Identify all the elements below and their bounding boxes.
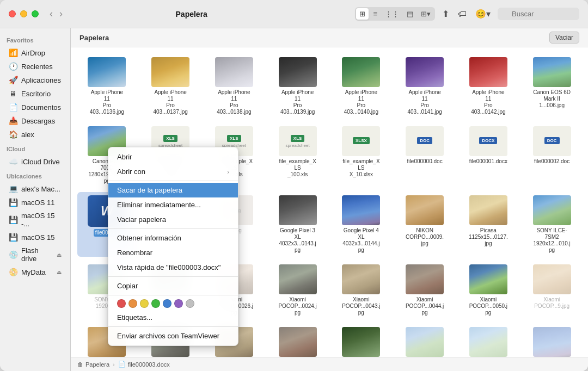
context-item-copiar[interactable]: Copiar xyxy=(108,279,238,293)
file-item[interactable]: Google Pixel 4 XL4032x3...0144.jpg xyxy=(332,192,391,257)
context-separator5 xyxy=(108,326,238,327)
sidebar-item-aplicaciones[interactable]: 🚀 Aplicaciones xyxy=(2,73,68,86)
color-dot-yellow[interactable] xyxy=(140,299,149,308)
file-thumbnail xyxy=(469,327,507,357)
context-item-teamviewer[interactable]: Enviar archivos con TeamViewer xyxy=(108,329,238,343)
file-item[interactable]: XiaomiPOCOP...0050.jpg xyxy=(459,261,518,319)
context-item-etiquetas[interactable]: Etiquetas... xyxy=(108,310,238,325)
file-item[interactable]: Apple iPhone 11Pro 403...0141.jpg xyxy=(395,54,455,119)
file-item[interactable]: XiaomiPOCOP...0069.jpg xyxy=(268,324,327,357)
view-gallery-btn[interactable]: ▤ xyxy=(403,8,416,20)
file-item[interactable]: XiaomiPOCOP...0150.jpg xyxy=(332,324,391,357)
window-title: Papelera xyxy=(28,10,355,18)
search-input[interactable] xyxy=(498,8,579,20)
file-thumbnail xyxy=(342,195,380,225)
view-group-btn[interactable]: ⊞▾ xyxy=(418,8,434,20)
sidebar-item-mydata[interactable]: 📀 MyData ⏏ xyxy=(2,265,68,279)
context-item-vista-rapida[interactable]: Vista rápida de "file000003.docx" xyxy=(108,260,238,275)
share-button[interactable]: ⬆ xyxy=(439,7,452,21)
vaciar-button[interactable]: Vaciar xyxy=(549,32,579,44)
file-name: file_example_XLSX_10.xlsx xyxy=(341,158,381,178)
status-bar: 🗑 Papelera › 📄 file000003.docx xyxy=(71,357,588,371)
sidebar-item-macos15a[interactable]: 💾 macOS 15 -... xyxy=(2,209,68,230)
file-item[interactable]: DOC file000002.doc xyxy=(522,123,581,188)
close-button[interactable] xyxy=(9,10,16,17)
view-icon-btn[interactable]: ⊞ xyxy=(356,8,369,20)
context-item-obtener-info[interactable]: Obtener información xyxy=(108,231,238,245)
sidebar-item-label: AirDrop xyxy=(21,49,45,57)
file-item[interactable]: DOC file000000.doc xyxy=(395,123,455,188)
sidebar-item-recientes[interactable]: 🕐 Recientes xyxy=(2,60,68,73)
sidebar-item-airdrop[interactable]: 📶 AirDrop xyxy=(2,46,68,59)
file-item[interactable]: Apple iPhone 11Pro 403...0137.jpg xyxy=(141,54,200,119)
file-item[interactable]: Google Pixel 3 XL4032x3...0143.jpg xyxy=(268,192,327,257)
titlebar: ‹ › Papelera ⊞ ≡ ⋮⋮ ▤ ⊞▾ ⬆ 🏷 😊▾ 🔍 xyxy=(0,0,588,28)
file-item[interactable]: Canon EOS 6DMark II 1...006.jpg xyxy=(522,54,581,119)
sidebar-item-escritorio[interactable]: 🖥 Escritorio xyxy=(2,87,68,100)
file-thumbnail xyxy=(215,57,253,87)
file-item[interactable]: Apple iPhone 11Pro 403...0140.jpg xyxy=(332,54,391,119)
sidebar-item-documentos[interactable]: 📄 Documentos xyxy=(2,101,68,114)
sidebar-item-macos11[interactable]: 💾 macOS 11 xyxy=(2,196,68,209)
file-item[interactable]: XiaomiPOCOP...0024.jpg xyxy=(268,261,327,319)
file-item[interactable]: Apple iPhone 11Pro 403...0139.jpg xyxy=(268,54,327,119)
file-item[interactable]: XiaomiPOCOP...9.jpg xyxy=(522,261,581,319)
file-item[interactable] xyxy=(459,324,518,357)
sidebar-item-label: macOS 11 xyxy=(21,199,54,207)
file-name: Apple iPhone 11Pro 403...0142.jpg xyxy=(469,89,508,115)
file-name: Google Pixel 4 XL4032x3...0144.jpg xyxy=(341,227,381,253)
sidebar-item-alexs-mac[interactable]: 💻 alex's Mac... xyxy=(2,182,68,195)
view-column-btn[interactable]: ⋮⋮ xyxy=(382,8,402,20)
file-item[interactable]: NIKONCORPO...0009.jpg xyxy=(395,192,455,257)
context-item-abrir-con[interactable]: Abrir con › xyxy=(108,164,238,179)
file-item[interactable]: XiaomiPOCOP...0044.jpg xyxy=(395,261,455,319)
file-name: Apple iPhone 11Pro 403...0138.jpg xyxy=(215,89,254,115)
context-item-renombrar[interactable]: Renombrar xyxy=(108,245,238,260)
sidebar-item-label: alex's Mac... xyxy=(21,185,60,193)
file-item[interactable]: Apple iPhone 11Pro 403...0138.jpg xyxy=(205,54,264,119)
sidebar-item-descargas[interactable]: 📥 Descargas xyxy=(2,114,68,127)
file-item[interactable] xyxy=(522,324,581,357)
sidebar-item-flash-drive[interactable]: 💿 Flash drive ⏏ xyxy=(2,244,68,265)
file-item[interactable]: XiaomiPOCOP...0043.jpg xyxy=(332,261,391,319)
context-item-sacar-papelera[interactable]: Sacar de la papelera xyxy=(108,183,238,197)
context-item-abrir[interactable]: Abrir xyxy=(108,150,238,164)
eject-icon2[interactable]: ⏏ xyxy=(57,269,62,275)
context-item-vaciar-papelera[interactable]: Vaciar papelera xyxy=(108,212,238,227)
sidebar-item-label: alex xyxy=(21,131,34,139)
alex-icon: 🏠 xyxy=(9,130,17,139)
sidebar-item-label: Descargas xyxy=(21,117,55,125)
file-item[interactable]: XLS spreadsheet file_example_XLS_100.xls xyxy=(268,123,327,188)
context-item-label: Copiar xyxy=(117,282,138,290)
file-item[interactable]: Apple iPhone 11Pro 403...0136.jpg xyxy=(77,54,137,119)
sidebar-item-label: macOS 15 xyxy=(21,233,54,242)
file-item[interactable]: Picasa1125x15...0127.jpg xyxy=(459,192,518,257)
sidebar-item-label: iCloud Drive xyxy=(21,158,60,166)
color-dot-purple[interactable] xyxy=(174,299,183,308)
sidebar-item-alex[interactable]: 🏠 alex xyxy=(2,128,68,141)
file-item[interactable]: DOCX file000001.docx xyxy=(459,123,518,188)
file-name: file000000.doc xyxy=(407,158,443,165)
context-item-label: Vaciar papelera xyxy=(117,215,166,224)
file-item[interactable]: SONY ILCE-7SM21920x12...010.jpg xyxy=(522,192,581,257)
color-dot-blue[interactable] xyxy=(163,299,171,308)
file-item[interactable]: XLSX file_example_XLSX_10.xlsx xyxy=(332,123,391,188)
more-button[interactable]: 😊▾ xyxy=(473,7,493,21)
sidebar-item-macos15b[interactable]: 💾 macOS 15 xyxy=(2,231,68,244)
color-dot-gray[interactable] xyxy=(186,299,194,308)
color-dot-red[interactable] xyxy=(117,299,126,308)
sidebar-item-icloud-drive[interactable]: ☁️ iCloud Drive xyxy=(2,155,68,168)
eject-icon[interactable]: ⏏ xyxy=(57,252,62,258)
file-thumbnail xyxy=(533,327,571,357)
minimize-button[interactable] xyxy=(20,10,27,17)
context-separator2 xyxy=(108,228,238,229)
file-name: Canon EOS 6DMark II 1...006.jpg xyxy=(532,89,572,109)
color-dot-green[interactable] xyxy=(151,299,160,308)
view-list-btn[interactable]: ≡ xyxy=(370,8,381,20)
file-item[interactable]: Apple iPhone 11Pro 403...0142.jpg xyxy=(459,54,518,119)
context-item-eliminar[interactable]: Eliminar inmediatamente... xyxy=(108,197,238,212)
color-dot-orange[interactable] xyxy=(128,299,137,308)
disk-icon3: 💾 xyxy=(9,233,17,242)
file-item[interactable] xyxy=(395,324,455,357)
tag-button[interactable]: 🏷 xyxy=(455,8,469,21)
